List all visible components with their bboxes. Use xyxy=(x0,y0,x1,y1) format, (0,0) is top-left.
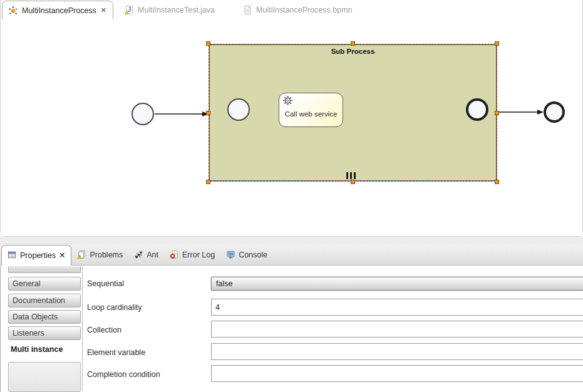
section-label: General xyxy=(13,279,40,288)
section-tab-listeners[interactable]: Listeners xyxy=(8,326,81,340)
tab-ant[interactable]: Ant xyxy=(128,244,164,265)
sidebar-partial-item xyxy=(8,266,81,273)
subprocess-label: Sub Process xyxy=(210,48,496,55)
element-variable-input[interactable] xyxy=(211,343,583,360)
editor-tab-label: MultiInstanceTest.java xyxy=(138,6,215,14)
editor-tab-label: MultiInstanceProcess.bpmn xyxy=(256,6,353,14)
section-tab-data-objects[interactable]: Data Objects xyxy=(8,310,81,324)
close-icon[interactable]: ✕ xyxy=(100,6,107,14)
field-label-completion-condition: Completion condition xyxy=(87,370,160,379)
editor-tab-label: MultiInstanceProcess xyxy=(22,6,96,15)
tab-label: Console xyxy=(239,250,267,259)
selection-handle-sw[interactable] xyxy=(206,180,210,184)
completion-condition-input[interactable] xyxy=(211,365,583,382)
activiti-diagram-icon xyxy=(8,6,18,16)
selection-handle-nw[interactable] xyxy=(206,41,210,46)
console-icon xyxy=(226,250,235,259)
sidebar-empty-slot xyxy=(8,362,81,392)
problems-icon xyxy=(77,250,86,259)
field-label-sequential: Sequential xyxy=(87,279,124,288)
selection-handle-w[interactable] xyxy=(206,111,210,115)
inner-end-event[interactable] xyxy=(466,98,488,121)
subprocess-shape[interactable]: Sub Process xyxy=(209,44,497,182)
field-label-element-variable: Element variable xyxy=(87,348,145,357)
section-tab-general[interactable]: General xyxy=(8,277,81,291)
selection-handle-s[interactable] xyxy=(351,180,355,184)
task-label: Call web service xyxy=(279,110,343,118)
tab-label: Ant xyxy=(147,250,158,259)
svg-text:J: J xyxy=(128,6,132,13)
close-icon[interactable]: ✕ xyxy=(59,250,65,260)
tab-label: Properties xyxy=(20,251,56,260)
section-tab-multi-instance[interactable]: Multi instance xyxy=(11,345,81,354)
tab-error-log[interactable]: Error Log xyxy=(164,244,220,265)
editor-tab-multiinstanceprocess-bpmn[interactable]: MultiInstanceProcess.bpmn xyxy=(237,1,358,19)
properties-panel: Properties ✕ Problems xyxy=(0,244,583,392)
diagram-canvas[interactable]: Sub Process Call web service xyxy=(1,19,582,236)
service-gear-icon xyxy=(282,95,293,106)
service-task[interactable]: Call web service xyxy=(279,93,343,127)
section-tab-documentation[interactable]: Documentation xyxy=(8,294,81,307)
selection-handle-e[interactable] xyxy=(495,111,499,115)
sequence-flow-4[interactable] xyxy=(498,110,544,115)
sequence-flow-1[interactable] xyxy=(155,111,209,116)
java-file-warning-icon: J xyxy=(124,5,134,15)
section-label: Multi instance xyxy=(11,345,63,354)
field-label-collection: Collection xyxy=(87,326,121,334)
editor-tab-multiinstanceprocess[interactable]: MultiInstanceProcess ✕ xyxy=(2,1,113,19)
selection-handle-se[interactable] xyxy=(495,180,499,184)
error-log-icon xyxy=(170,250,179,259)
tab-label: Problems xyxy=(90,250,123,259)
end-event[interactable] xyxy=(544,101,565,123)
selection-handle-n[interactable] xyxy=(351,41,355,46)
properties-table-icon xyxy=(8,250,17,260)
section-label: Documentation xyxy=(13,296,65,305)
view-tab-bar: Properties ✕ Problems xyxy=(0,244,583,266)
section-label: Data Objects xyxy=(13,312,58,321)
ant-icon xyxy=(134,250,143,259)
tab-console[interactable]: Console xyxy=(220,244,273,265)
tab-label: Error Log xyxy=(182,250,215,259)
sequential-combo[interactable]: false xyxy=(211,277,583,291)
inner-start-event[interactable] xyxy=(227,98,250,121)
sidebar-separator xyxy=(82,266,83,392)
editor-tab-multiinstancetest-java[interactable]: J MultiInstanceTest.java xyxy=(118,1,220,19)
editor-region: MultiInstanceProcess ✕ J MultiInstanceTe… xyxy=(0,0,583,237)
properties-content: General Documentation Data Objects Liste… xyxy=(0,266,583,392)
tab-properties[interactable]: Properties ✕ xyxy=(1,245,71,266)
bpmn-file-icon xyxy=(242,5,252,15)
loop-cardinality-input[interactable] xyxy=(211,299,583,316)
editor-tab-bar: MultiInstanceProcess ✕ J MultiInstanceTe… xyxy=(1,0,582,19)
multi-instance-parallel-marker xyxy=(346,172,356,179)
tab-problems[interactable]: Problems xyxy=(71,244,128,265)
collection-input[interactable] xyxy=(211,321,583,338)
start-event[interactable] xyxy=(132,103,154,125)
field-label-loop-cardinality: Loop cardinality xyxy=(87,303,142,312)
section-label: Listeners xyxy=(13,329,44,338)
combo-value: false xyxy=(216,279,232,288)
selection-handle-ne[interactable] xyxy=(495,41,499,46)
